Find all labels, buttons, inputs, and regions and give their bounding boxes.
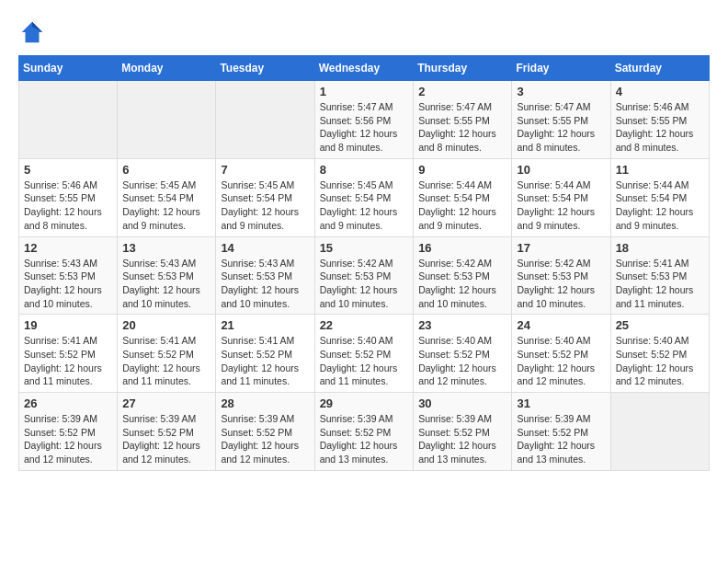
day-info: Sunrise: 5:41 AM Sunset: 5:53 PM Dayligh…: [616, 257, 704, 311]
day-info: Sunrise: 5:43 AM Sunset: 5:53 PM Dayligh…: [221, 257, 309, 311]
calendar-cell: 23Sunrise: 5:40 AM Sunset: 5:52 PM Dayli…: [414, 315, 512, 393]
day-number: 31: [517, 396, 605, 410]
calendar-cell: 29Sunrise: 5:39 AM Sunset: 5:52 PM Dayli…: [314, 393, 414, 471]
day-info: Sunrise: 5:44 AM Sunset: 5:54 PM Dayligh…: [616, 178, 704, 233]
calendar-week-row: 26Sunrise: 5:39 AM Sunset: 5:52 PM Dayli…: [19, 393, 710, 471]
day-info: Sunrise: 5:47 AM Sunset: 5:55 PM Dayligh…: [517, 100, 605, 155]
day-info: Sunrise: 5:46 AM Sunset: 5:55 PM Dayligh…: [24, 178, 112, 233]
weekday-header-saturday: Saturday: [610, 56, 709, 81]
day-info: Sunrise: 5:45 AM Sunset: 5:54 PM Dayligh…: [320, 178, 409, 233]
calendar-cell: 12Sunrise: 5:43 AM Sunset: 5:53 PM Dayli…: [19, 236, 118, 315]
day-number: 26: [24, 396, 112, 410]
day-number: 29: [320, 396, 409, 410]
calendar-cell: 5Sunrise: 5:46 AM Sunset: 5:55 PM Daylig…: [19, 158, 118, 236]
day-number: 28: [221, 396, 309, 410]
day-number: 27: [122, 396, 210, 410]
day-info: Sunrise: 5:40 AM Sunset: 5:52 PM Dayligh…: [616, 334, 704, 388]
day-info: Sunrise: 5:46 AM Sunset: 5:55 PM Dayligh…: [616, 100, 704, 155]
calendar-cell: 22Sunrise: 5:40 AM Sunset: 5:52 PM Dayli…: [314, 315, 414, 393]
calendar-week-row: 12Sunrise: 5:43 AM Sunset: 5:53 PM Dayli…: [19, 236, 710, 315]
calendar-cell: 28Sunrise: 5:39 AM Sunset: 5:52 PM Dayli…: [216, 393, 314, 471]
day-info: Sunrise: 5:43 AM Sunset: 5:53 PM Dayligh…: [122, 257, 210, 311]
calendar-cell: 6Sunrise: 5:45 AM Sunset: 5:54 PM Daylig…: [118, 158, 216, 236]
calendar-cell: 27Sunrise: 5:39 AM Sunset: 5:52 PM Dayli…: [118, 393, 216, 471]
day-info: Sunrise: 5:41 AM Sunset: 5:52 PM Dayligh…: [221, 334, 309, 388]
weekday-header-thursday: Thursday: [414, 56, 512, 81]
calendar-cell: 9Sunrise: 5:44 AM Sunset: 5:54 PM Daylig…: [414, 158, 512, 236]
calendar-cell: 7Sunrise: 5:45 AM Sunset: 5:54 PM Daylig…: [216, 158, 314, 236]
day-number: 23: [418, 318, 506, 332]
day-info: Sunrise: 5:39 AM Sunset: 5:52 PM Dayligh…: [320, 412, 409, 466]
day-number: 2: [418, 85, 506, 98]
day-number: 5: [24, 163, 112, 177]
day-info: Sunrise: 5:45 AM Sunset: 5:54 PM Dayligh…: [221, 178, 309, 233]
calendar-cell: 25Sunrise: 5:40 AM Sunset: 5:52 PM Dayli…: [610, 315, 709, 393]
calendar-cell: 26Sunrise: 5:39 AM Sunset: 5:52 PM Dayli…: [19, 393, 118, 471]
day-info: Sunrise: 5:41 AM Sunset: 5:52 PM Dayligh…: [122, 334, 210, 388]
day-number: 9: [418, 163, 506, 177]
day-number: 25: [616, 318, 704, 332]
day-number: 30: [418, 396, 506, 410]
day-info: Sunrise: 5:40 AM Sunset: 5:52 PM Dayligh…: [517, 334, 605, 388]
logo: [18, 18, 50, 46]
calendar-cell: 11Sunrise: 5:44 AM Sunset: 5:54 PM Dayli…: [610, 158, 709, 236]
calendar-cell: 21Sunrise: 5:41 AM Sunset: 5:52 PM Dayli…: [216, 315, 314, 393]
day-number: 16: [418, 241, 506, 255]
day-info: Sunrise: 5:39 AM Sunset: 5:52 PM Dayligh…: [24, 412, 112, 466]
day-info: Sunrise: 5:43 AM Sunset: 5:53 PM Dayligh…: [24, 257, 112, 311]
calendar-cell: 15Sunrise: 5:42 AM Sunset: 5:53 PM Dayli…: [314, 236, 414, 315]
day-number: 17: [517, 241, 605, 255]
day-info: Sunrise: 5:39 AM Sunset: 5:52 PM Dayligh…: [221, 412, 309, 466]
calendar-cell: 8Sunrise: 5:45 AM Sunset: 5:54 PM Daylig…: [314, 158, 414, 236]
calendar-cell: 31Sunrise: 5:39 AM Sunset: 5:52 PM Dayli…: [512, 393, 610, 471]
header: [18, 18, 710, 46]
weekday-header-monday: Monday: [118, 56, 216, 81]
day-info: Sunrise: 5:45 AM Sunset: 5:54 PM Dayligh…: [122, 178, 210, 233]
day-info: Sunrise: 5:47 AM Sunset: 5:55 PM Dayligh…: [418, 100, 506, 155]
calendar-cell: 18Sunrise: 5:41 AM Sunset: 5:53 PM Dayli…: [610, 236, 709, 315]
day-number: 10: [517, 163, 605, 177]
weekday-header-sunday: Sunday: [19, 56, 118, 81]
day-number: 3: [517, 85, 605, 98]
calendar-cell: [19, 81, 118, 159]
day-info: Sunrise: 5:44 AM Sunset: 5:54 PM Dayligh…: [418, 178, 506, 233]
day-info: Sunrise: 5:39 AM Sunset: 5:52 PM Dayligh…: [517, 412, 605, 466]
calendar-cell: 14Sunrise: 5:43 AM Sunset: 5:53 PM Dayli…: [216, 236, 314, 315]
day-number: 8: [320, 163, 409, 177]
day-number: 15: [320, 241, 409, 255]
calendar-cell: 4Sunrise: 5:46 AM Sunset: 5:55 PM Daylig…: [610, 81, 709, 159]
calendar-table: SundayMondayTuesdayWednesdayThursdayFrid…: [18, 55, 710, 471]
calendar-cell: 3Sunrise: 5:47 AM Sunset: 5:55 PM Daylig…: [512, 81, 610, 159]
day-info: Sunrise: 5:42 AM Sunset: 5:53 PM Dayligh…: [517, 257, 605, 311]
day-info: Sunrise: 5:40 AM Sunset: 5:52 PM Dayligh…: [320, 334, 409, 388]
weekday-header-friday: Friday: [512, 56, 610, 81]
day-number: 7: [221, 163, 309, 177]
day-info: Sunrise: 5:39 AM Sunset: 5:52 PM Dayligh…: [418, 412, 506, 466]
calendar-cell: [216, 81, 314, 159]
day-number: 20: [122, 318, 210, 332]
day-number: 24: [517, 318, 605, 332]
calendar-cell: 19Sunrise: 5:41 AM Sunset: 5:52 PM Dayli…: [19, 315, 118, 393]
logo-icon: [18, 18, 46, 46]
day-info: Sunrise: 5:47 AM Sunset: 5:56 PM Dayligh…: [320, 100, 409, 155]
calendar-cell: 20Sunrise: 5:41 AM Sunset: 5:52 PM Dayli…: [118, 315, 216, 393]
day-info: Sunrise: 5:42 AM Sunset: 5:53 PM Dayligh…: [320, 257, 409, 311]
day-number: 4: [616, 85, 704, 98]
day-number: 11: [616, 163, 704, 177]
day-info: Sunrise: 5:44 AM Sunset: 5:54 PM Dayligh…: [517, 178, 605, 233]
day-info: Sunrise: 5:40 AM Sunset: 5:52 PM Dayligh…: [418, 334, 506, 388]
calendar-cell: 1Sunrise: 5:47 AM Sunset: 5:56 PM Daylig…: [314, 81, 414, 159]
day-number: 19: [24, 318, 112, 332]
day-info: Sunrise: 5:42 AM Sunset: 5:53 PM Dayligh…: [418, 257, 506, 311]
calendar-week-row: 1Sunrise: 5:47 AM Sunset: 5:56 PM Daylig…: [19, 81, 710, 159]
day-number: 21: [221, 318, 309, 332]
day-info: Sunrise: 5:39 AM Sunset: 5:52 PM Dayligh…: [122, 412, 210, 466]
day-number: 14: [221, 241, 309, 255]
calendar-cell: 13Sunrise: 5:43 AM Sunset: 5:53 PM Dayli…: [118, 236, 216, 315]
day-number: 18: [616, 241, 704, 255]
day-number: 6: [122, 163, 210, 177]
calendar-cell: 2Sunrise: 5:47 AM Sunset: 5:55 PM Daylig…: [414, 81, 512, 159]
day-number: 13: [122, 241, 210, 255]
day-info: Sunrise: 5:41 AM Sunset: 5:52 PM Dayligh…: [24, 334, 112, 388]
calendar-cell: [118, 81, 216, 159]
